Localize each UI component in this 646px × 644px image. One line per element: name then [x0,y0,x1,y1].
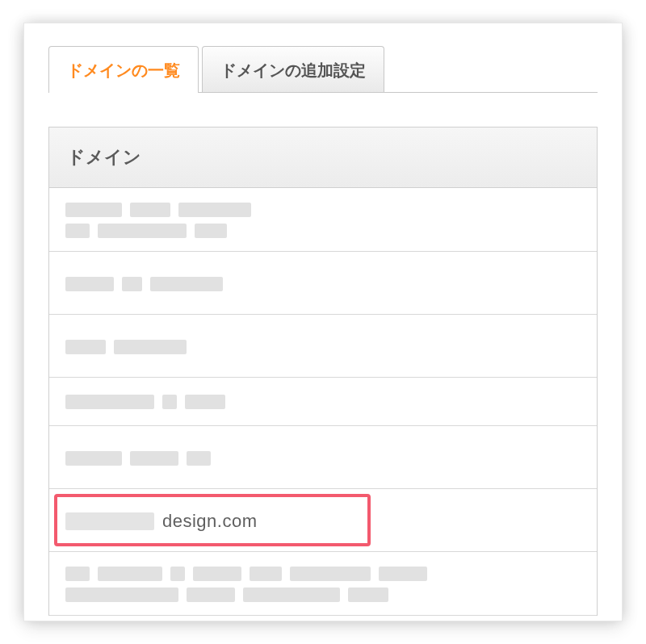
tab-domain-list[interactable]: ドメインの一覧 [48,46,199,93]
tab-domain-add-settings[interactable]: ドメインの追加設定 [202,46,384,93]
redacted-content [65,451,581,466]
domain-table-header: ドメイン [49,128,597,188]
redacted-content [65,277,581,291]
table-row[interactable] [49,252,597,315]
domain-table: ドメイン [48,127,598,616]
table-row[interactable] [49,188,597,252]
table-row[interactable] [49,426,597,489]
redacted-content [65,340,581,354]
redacted-content [65,395,581,409]
table-row-highlighted[interactable]: design.com [49,489,597,552]
tab-bar: ドメインの一覧 ドメインの追加設定 [48,46,598,93]
table-row[interactable] [49,552,597,616]
table-row[interactable] [49,315,597,378]
screenshot-panel: ドメインの一覧 ドメインの追加設定 ドメイン [24,23,622,621]
redacted-content [65,203,581,238]
redacted-content [65,567,581,602]
domain-name-suffix: design.com [162,511,258,532]
redacted-prefix [65,512,154,530]
table-row[interactable] [49,378,597,426]
